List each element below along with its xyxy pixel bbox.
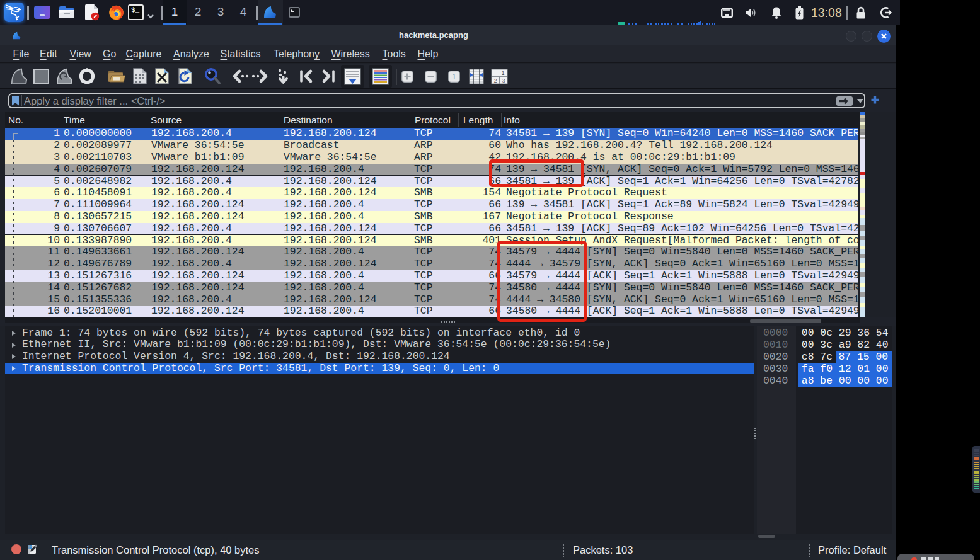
svg-text:1: 1	[502, 70, 505, 76]
svg-text:2: 2	[494, 77, 497, 84]
svg-text:3: 3	[502, 77, 505, 84]
svg-text:1: 1	[452, 72, 456, 81]
